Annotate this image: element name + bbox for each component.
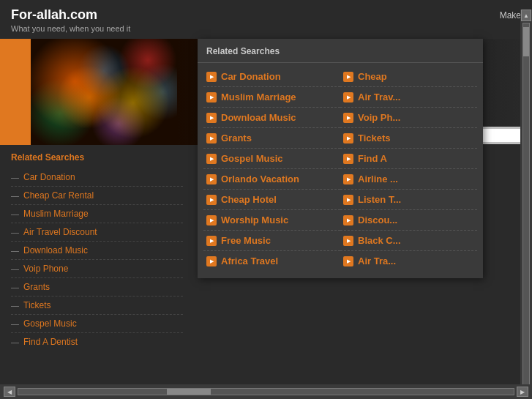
sidebar-link[interactable]: Gospel Music (23, 318, 77, 329)
overlay-link[interactable]: Car Donation (221, 71, 281, 82)
overlay-item-discount[interactable]: Discou... (340, 210, 477, 231)
orange-arrow-icon (343, 154, 353, 164)
sidebar-link[interactable]: Air Travel Discount (23, 227, 97, 237)
orange-arrow-icon (343, 113, 353, 123)
orange-arrow-icon (206, 133, 217, 143)
sidebar-title: Related Searches (11, 152, 183, 163)
sidebar-item-download-music[interactable]: — Download Music (11, 242, 183, 260)
overlay-item-air-trav[interactable]: Air Trav... (340, 87, 477, 108)
orange-arrow-icon (343, 195, 353, 205)
sidebar-item-air-travel[interactable]: — Air Travel Discount (11, 223, 183, 242)
arrow-icon: — (11, 228, 19, 236)
overlay-item-black-c[interactable]: Black C... (340, 231, 477, 251)
overlay-link[interactable]: Muslim Marriage (221, 92, 296, 102)
overlay-item-air-tra[interactable]: Air Tra... (340, 251, 477, 271)
overlay-items-grid: Car Donation Cheap Muslim Marriage Air T… (198, 67, 483, 271)
scroll-left-button[interactable]: ◀ (4, 387, 15, 397)
overlay-link[interactable]: Find A (358, 153, 387, 164)
orange-arrow-icon (206, 174, 217, 184)
overlay-link[interactable]: Discou... (358, 215, 397, 225)
orange-arrow-icon (206, 92, 217, 102)
orange-arrow-icon (343, 133, 353, 143)
site-title: For-allah.com (11, 7, 130, 23)
overlay-item-africa[interactable]: Africa Travel (203, 251, 340, 271)
overlay-item-find-a[interactable]: Find A (340, 149, 477, 169)
sidebar-item-gospel[interactable]: — Gospel Music (11, 315, 183, 333)
overlay-item-listen[interactable]: Listen T... (340, 190, 477, 210)
sidebar-link[interactable]: Grants (23, 282, 50, 292)
scroll-track[interactable] (522, 23, 530, 395)
overlay-item-muslim[interactable]: Muslim Marriage (203, 87, 340, 108)
sidebar-link[interactable]: Find A Dentist (23, 337, 78, 347)
sidebar-link[interactable]: Car Donation (23, 172, 75, 182)
orange-arrow-icon (206, 256, 217, 266)
overlay-link[interactable]: Free Music (221, 235, 271, 246)
overlay-link[interactable]: Cheap Hotel (221, 194, 277, 205)
arrow-icon: — (11, 301, 19, 310)
horizontal-track[interactable] (18, 388, 514, 395)
orange-arrow-icon (343, 72, 353, 82)
sidebar-item-muslim-marriage[interactable]: — Muslim Marriage (11, 205, 183, 223)
sidebar-item-car-donation[interactable]: — Car Donation (11, 168, 183, 187)
overlay-item-cheap-hotel[interactable]: Cheap Hotel (203, 190, 340, 210)
overlay-link[interactable]: Cheap (358, 71, 387, 82)
sidebar-link[interactable]: Muslim Marriage (23, 209, 89, 219)
sidebar-link[interactable]: Cheap Car Rental (23, 190, 94, 201)
sidebar-link[interactable]: Tickets (23, 300, 51, 310)
bokeh-image (31, 39, 177, 145)
arrow-icon: — (11, 338, 19, 346)
overlay-item-gospel[interactable]: Gospel Music (203, 149, 340, 169)
sidebar-link[interactable]: Voip Phone (23, 264, 68, 274)
overlay-item-airline[interactable]: Airline ... (340, 169, 477, 190)
overlay-item-free-music[interactable]: Free Music (203, 231, 340, 251)
overlay-item-worship[interactable]: Worship Music (203, 210, 340, 231)
overlay-link[interactable]: Air Trav... (358, 92, 400, 102)
arrow-icon: — (11, 264, 19, 273)
horizontal-scrollbar[interactable]: ◀ ▶ (0, 384, 532, 399)
overlay-link[interactable]: Download Music (221, 112, 296, 123)
horizontal-thumb[interactable] (167, 389, 211, 395)
overlay-link[interactable]: Listen T... (358, 194, 401, 205)
vertical-scrollbar[interactable]: ▲ ▼ (520, 10, 532, 399)
overlay-link[interactable]: Voip Ph... (358, 112, 400, 123)
sidebar-item-voip[interactable]: — Voip Phone (11, 260, 183, 278)
overlay-link[interactable]: Gospel Music (221, 153, 283, 164)
arrow-icon: — (11, 209, 19, 218)
overlay-item-grants[interactable]: Grants (203, 128, 340, 149)
sidebar-item-dentist[interactable]: — Find A Dentist (11, 333, 183, 351)
orange-arrow-icon (206, 215, 217, 225)
scroll-thumb[interactable] (523, 27, 529, 56)
orange-arrow-icon (206, 113, 217, 123)
make-link[interactable]: Make (500, 10, 521, 20)
scroll-right-button[interactable]: ▶ (517, 387, 528, 397)
overlay-item-tickets[interactable]: Tickets (340, 128, 477, 149)
orange-arrow-icon (206, 72, 217, 82)
overlay-link[interactable]: Tickets (358, 133, 391, 143)
overlay-item-car-donation[interactable]: Car Donation (203, 67, 340, 87)
overlay-item-download-music[interactable]: Download Music (203, 108, 340, 128)
overlay-item-voip[interactable]: Voip Ph... (340, 108, 477, 128)
overlay-link[interactable]: Grants (221, 133, 252, 143)
orange-arrow-icon (343, 215, 353, 225)
orange-arrow-icon (343, 256, 353, 266)
scroll-up-button[interactable]: ▲ (521, 10, 531, 21)
header: For-allah.com What you need, when you ne… (0, 0, 532, 39)
overlay-link[interactable]: Air Tra... (358, 256, 396, 266)
sidebar-item-grants[interactable]: — Grants (11, 278, 183, 297)
overlay-item-cheap[interactable]: Cheap (340, 67, 477, 87)
overlay-link[interactable]: Africa Travel (221, 256, 278, 266)
sidebar-item-cheap-car[interactable]: — Cheap Car Rental (11, 187, 183, 205)
overlay-item-orlando[interactable]: Orlando Vacation (203, 169, 340, 190)
overlay-panel: Related Searches Car Donation Cheap Musl… (198, 39, 483, 278)
sidebar-item-tickets[interactable]: — Tickets (11, 297, 183, 315)
sidebar-link[interactable]: Download Music (23, 245, 88, 256)
overlay-link[interactable]: Black C... (358, 235, 401, 246)
orange-bar (0, 39, 31, 145)
overlay-link[interactable]: Worship Music (221, 215, 288, 225)
overlay-title: Related Searches (198, 46, 483, 63)
orange-arrow-icon (343, 174, 353, 184)
sidebar: Related Searches — Car Donation — Cheap … (0, 145, 194, 379)
overlay-link[interactable]: Airline ... (358, 174, 398, 184)
overlay-link[interactable]: Orlando Vacation (221, 174, 299, 184)
main-content: Related Searches — Car Donation — Cheap … (0, 145, 532, 379)
